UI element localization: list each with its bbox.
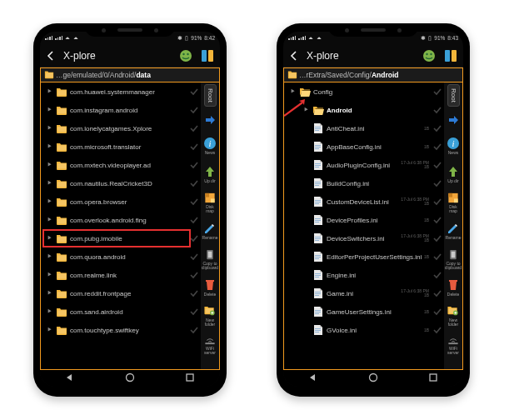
folder-row[interactable]: com.touchtype.swiftkey bbox=[41, 321, 201, 339]
folder-row[interactable]: com.sand.airdroid bbox=[41, 302, 201, 321]
checkbox[interactable] bbox=[189, 105, 199, 115]
header-icon-panes[interactable] bbox=[200, 48, 215, 63]
folder-row[interactable]: com.lonelycatgames.Xplore bbox=[41, 119, 201, 138]
folder-row[interactable]: com.realme.link bbox=[41, 266, 201, 284]
checkbox[interactable] bbox=[432, 270, 442, 280]
folder-icon bbox=[56, 233, 67, 243]
file-row[interactable]: GameUserSettings.ini 1B bbox=[297, 302, 444, 321]
checkbox[interactable] bbox=[189, 178, 199, 188]
nav-home[interactable] bbox=[368, 371, 378, 386]
checkbox[interactable] bbox=[432, 160, 442, 170]
folder-row[interactable]: Android bbox=[297, 101, 444, 119]
back-button[interactable] bbox=[288, 50, 300, 62]
checkbox[interactable] bbox=[189, 288, 199, 298]
tool-delete[interactable]: Delete bbox=[445, 277, 462, 298]
nav-recent[interactable] bbox=[185, 371, 195, 386]
tool-newfolder[interactable]: New folder bbox=[445, 305, 462, 327]
tool-updir[interactable]: Up dir bbox=[445, 163, 462, 185]
tool-diskmap[interactable]: Disk map bbox=[445, 192, 462, 213]
folder-row[interactable]: com.reddit.frontpage bbox=[41, 284, 201, 302]
file-row[interactable]: BuildConfig.ini bbox=[297, 174, 444, 192]
header-icon-face[interactable] bbox=[422, 48, 437, 63]
tool-news[interactable]: News bbox=[445, 135, 462, 157]
tool-updir[interactable]: Up dir bbox=[202, 163, 218, 185]
checkbox[interactable] bbox=[189, 252, 199, 262]
item-name: AppBaseConfig.ini bbox=[327, 143, 432, 151]
nav-back[interactable] bbox=[308, 371, 318, 386]
header-icon-face[interactable] bbox=[178, 48, 193, 63]
tool-rename[interactable]: Rename bbox=[445, 220, 462, 242]
checkbox[interactable] bbox=[432, 288, 442, 298]
folder-icon bbox=[56, 178, 67, 188]
folder-row[interactable]: com.huawei.systemmanager bbox=[41, 82, 201, 101]
checkbox[interactable] bbox=[432, 325, 442, 335]
folder-row[interactable]: com.instagram.android bbox=[41, 101, 201, 119]
checkbox[interactable] bbox=[189, 123, 199, 133]
checkbox[interactable] bbox=[189, 142, 199, 152]
nav-back[interactable] bbox=[65, 371, 75, 386]
swap-panel-icon[interactable] bbox=[448, 113, 458, 128]
file-row[interactable]: AudioPluginConfig.ini 17-Jul 6:38 PM1B bbox=[297, 156, 444, 174]
checkbox[interactable] bbox=[432, 123, 442, 133]
checkbox[interactable] bbox=[189, 197, 199, 207]
root-tab[interactable]: Root bbox=[447, 84, 460, 107]
tool-copyclip[interactable]: Copy to clipboard bbox=[445, 248, 462, 270]
checkbox[interactable] bbox=[189, 215, 199, 225]
swap-panel-icon[interactable] bbox=[205, 113, 215, 128]
checkbox[interactable] bbox=[432, 105, 442, 115]
checkbox[interactable] bbox=[432, 178, 442, 188]
item-meta: 1B bbox=[424, 248, 429, 266]
checkbox[interactable] bbox=[189, 87, 199, 97]
checkbox[interactable] bbox=[189, 270, 199, 280]
folder-row[interactable]: com.microsoft.translator bbox=[41, 138, 201, 156]
back-button[interactable] bbox=[45, 50, 57, 62]
tool-newfolder[interactable]: New folder bbox=[202, 305, 218, 327]
checkbox[interactable] bbox=[189, 160, 199, 170]
folder-row[interactable]: com.opera.browser bbox=[41, 192, 201, 211]
file-row[interactable]: AntiCheat.ini 1B bbox=[297, 119, 444, 138]
file-row[interactable]: DeviceSwitchers.ini 17-Jul 6:38 PM1B bbox=[297, 229, 444, 248]
breadcrumb[interactable]: …rExtra/Saved/Config/Android bbox=[283, 68, 463, 82]
folder-row[interactable]: com.nautilus.RealCricket3D bbox=[41, 174, 201, 192]
item-name: EditorPerProjectUserSettings.ini bbox=[327, 253, 432, 261]
checkbox[interactable] bbox=[432, 252, 442, 262]
checkbox[interactable] bbox=[189, 325, 199, 335]
breadcrumb[interactable]: …ge/emulated/0/Android/data bbox=[40, 68, 220, 82]
file-list[interactable]: com.huawei.systemmanager com.instagram.a… bbox=[41, 82, 201, 369]
folder-icon bbox=[56, 142, 67, 152]
tool-copyclip[interactable]: Copy to clipboard bbox=[202, 248, 218, 270]
nav-home[interactable] bbox=[125, 371, 135, 386]
checkbox[interactable] bbox=[432, 142, 442, 152]
file-row[interactable]: AppBaseConfig.ini 1B bbox=[297, 138, 444, 156]
file-row[interactable]: GVoice.ini 1B bbox=[297, 321, 444, 339]
checkbox[interactable] bbox=[432, 87, 442, 97]
checkbox[interactable] bbox=[432, 307, 442, 317]
file-row[interactable]: Engine.ini bbox=[297, 266, 444, 284]
tool-rename[interactable]: Rename bbox=[202, 220, 218, 242]
folder-row[interactable]: com.overlook.android.fing bbox=[41, 211, 201, 229]
folder-row[interactable]: Config bbox=[284, 82, 444, 101]
folder-row[interactable]: com.quora.android bbox=[41, 248, 201, 266]
tool-diskmap[interactable]: Disk map bbox=[202, 192, 218, 213]
item-name: AntiCheat.ini bbox=[327, 125, 432, 132]
folder-icon bbox=[56, 252, 67, 262]
file-row[interactable]: DeviceProfiles.ini 1B bbox=[297, 211, 444, 229]
checkbox[interactable] bbox=[432, 233, 442, 243]
header-icon-panes[interactable] bbox=[443, 48, 458, 63]
file-row[interactable]: EditorPerProjectUserSettings.ini 1B bbox=[297, 248, 444, 266]
checkbox[interactable] bbox=[189, 233, 199, 243]
checkbox[interactable] bbox=[189, 307, 199, 317]
folder-row[interactable]: com.pubg.imobile bbox=[41, 229, 201, 248]
folder-row[interactable]: com.mxtech.videoplayer.ad bbox=[41, 156, 201, 174]
tool-wifi[interactable]: WiFi server bbox=[445, 333, 462, 355]
nav-recent[interactable] bbox=[428, 371, 438, 386]
file-row[interactable]: Game.ini 17-Jul 6:38 PM1B bbox=[297, 284, 444, 302]
root-tab[interactable]: Root bbox=[204, 84, 217, 107]
tool-delete[interactable]: Delete bbox=[202, 277, 218, 298]
checkbox[interactable] bbox=[432, 215, 442, 225]
tool-news[interactable]: News bbox=[202, 135, 218, 157]
file-list[interactable]: Config Android AntiCheat.ini 1B AppBaseC… bbox=[284, 82, 444, 369]
file-row[interactable]: CustomDeviceList.ini 17-Jul 6:38 PM1B bbox=[297, 192, 444, 211]
checkbox[interactable] bbox=[432, 197, 442, 207]
tool-wifi[interactable]: WiFi server bbox=[202, 333, 218, 355]
